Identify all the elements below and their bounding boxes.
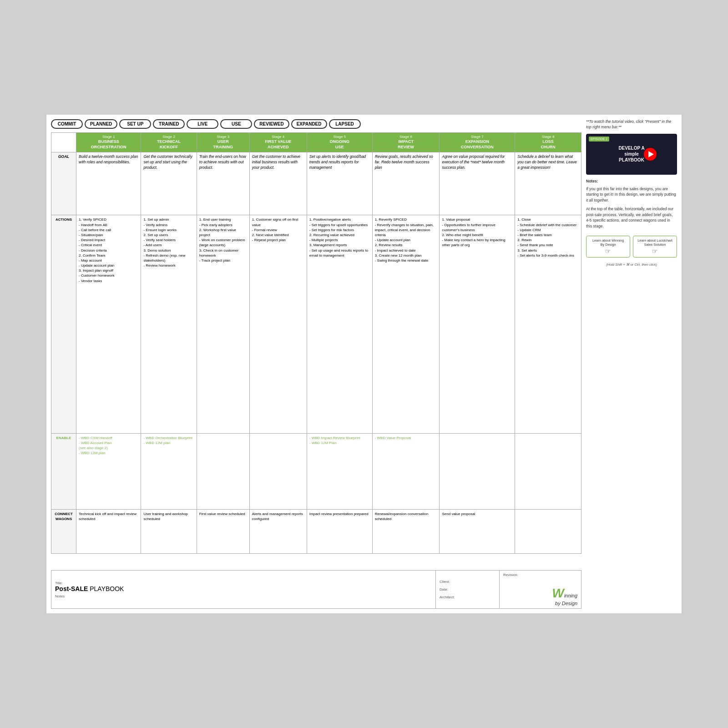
actions-stage6: 1. Reverify SPICED - Reverify changes to… xyxy=(372,215,440,433)
stage-1-header: Stage 1 BUSINESS ORCHESTRATION xyxy=(76,133,141,152)
footer-title-label: Title: xyxy=(55,581,432,585)
footer-notes: Notes xyxy=(55,594,432,598)
enable-stage4 xyxy=(249,433,307,509)
video-title: DEVELOP A simple PLAYBOOK xyxy=(618,145,644,163)
video-episode-badge: EPISODE 2 xyxy=(589,136,609,142)
footer-title-cell: Title: Post-SALE PLAYBOOK Notes xyxy=(51,571,436,609)
goal-stage8: Schedule a debrief to learn what you can… xyxy=(515,152,581,215)
page-container: COMMIT PLANNED SET UP TRAINED LIVE USE R… xyxy=(46,114,682,614)
notes-title: Notes: xyxy=(586,178,677,184)
video-thumbnail[interactable]: EPISODE 2 DEVELOP A simple PLAYBOOK xyxy=(586,134,677,175)
goal-stage6: Review goals, results achieved so far. R… xyxy=(372,152,440,215)
actions-row: ACTIONS 1. Verify SPICED - Handoff from … xyxy=(51,215,581,433)
actions-stage2: 1. Set up admin - Verify admins - Ensure… xyxy=(141,215,197,433)
tutorial-note: **To watch the tutorial video, click "Pr… xyxy=(586,119,677,130)
footer-client-label: Client: xyxy=(440,580,495,584)
btn-links-container: Learn about Winning By Design ☞ Learn ab… xyxy=(586,236,677,258)
goal-stage5: Set up alerts to identify good/bad trend… xyxy=(307,152,372,215)
goal-row: GOAL Build a twelve-month success plan w… xyxy=(51,152,581,215)
footer-date-label: Date: xyxy=(440,587,495,592)
pill-reviewed[interactable]: REVIEWED xyxy=(254,119,289,129)
goal-stage1: Build a twelve-month success plan with r… xyxy=(76,152,141,215)
cursor-icon-2: ☞ xyxy=(637,248,673,255)
notes-paragraph-2: At the top of the table, horizontally, w… xyxy=(586,206,677,229)
enable-stage2: - WBD Orchestration Blueprint - WBD 12M … xyxy=(141,433,197,509)
play-icon xyxy=(648,151,654,157)
stage-7-header: Stage 7 EXPANSION CONVERSATION xyxy=(440,133,515,152)
connect-stage2: User training and workshop scheduled xyxy=(141,509,197,553)
connect-stage5: Impact review presentation prepared xyxy=(307,509,372,553)
connect-label: CONNECT WAGONS xyxy=(51,509,76,553)
winning-by-design-btn[interactable]: Learn about Winning By Design ☞ xyxy=(586,236,630,258)
actions-stage3: 1. End user training - Pick early adopte… xyxy=(197,215,249,433)
footer-logo-area: Winningby Design xyxy=(503,586,577,606)
actions-stage1: 1. Verify SPICED - Handoff from AE - Cal… xyxy=(76,215,141,433)
btn-link-note: (Hold Shift + ⌘ or Ctrl, then click) xyxy=(586,263,677,267)
main-content: COMMIT PLANNED SET UP TRAINED LIVE USE R… xyxy=(51,119,581,609)
connect-stage7: Send value proposal xyxy=(440,509,515,553)
footer-table: Title: Post-SALE PLAYBOOK Notes Client: … xyxy=(51,570,581,609)
goal-stage3: Train the end-users on how to achieve re… xyxy=(197,152,249,215)
wbd-logo-w: W xyxy=(552,586,564,600)
enable-stage5: - WBD Impact Review Blueprint - WBD 12M … xyxy=(307,433,372,509)
actions-stage5: 1. Positive/negative alerts - Set trigge… xyxy=(307,215,372,433)
stage-3-header: Stage 3 USER TRAINING xyxy=(197,133,249,152)
main-table: Stage 1 BUSINESS ORCHESTRATION Stage 2 T… xyxy=(51,132,581,554)
footer-architect-label: Architect: xyxy=(440,595,495,599)
goal-label: GOAL xyxy=(51,152,76,215)
pill-live[interactable]: LIVE xyxy=(187,119,218,129)
connect-stage4: Alerts and management reports configured xyxy=(249,509,307,553)
notes-section: Notes: If you got this far into the sale… xyxy=(586,178,677,229)
pill-commit[interactable]: COMMIT xyxy=(51,119,83,129)
actions-stage4: 1. Customer signs off on first value - F… xyxy=(249,215,307,433)
pill-use[interactable]: USE xyxy=(220,119,252,129)
cursor-icon-1: ☞ xyxy=(590,248,627,255)
footer-title-rest: PLAYBOOK xyxy=(88,585,124,592)
footer-client-cell: Client: Date: Architect: xyxy=(436,571,500,609)
pill-expanded[interactable]: EXPANDED xyxy=(291,119,327,129)
actions-stage7: 1. Value proposal - Opportunities to fur… xyxy=(440,215,515,433)
enable-stage3 xyxy=(197,433,249,509)
empty-header xyxy=(51,133,76,152)
pill-planned[interactable]: PLANNED xyxy=(85,119,117,129)
goal-stage2: Get the customer technically set up and … xyxy=(141,152,197,215)
play-button[interactable] xyxy=(644,148,657,161)
enable-stage8 xyxy=(515,433,581,509)
stage-8-header: Stage 8 LOSS CHURN xyxy=(515,133,581,152)
stage-6-header: Stage 6 IMPACT REVIEW xyxy=(372,133,440,152)
stage-5-header: Stage 5 ONGOING USE xyxy=(307,133,372,152)
footer-title-bold: Post-SALE xyxy=(55,585,88,592)
connect-stage3: First value review scheduled xyxy=(197,509,249,553)
enable-row: ENABLE - WBD CSM Handoff - WBD Account P… xyxy=(51,433,581,509)
connect-wagons-row: CONNECT WAGONS Technical kick off and im… xyxy=(51,509,581,553)
actions-stage8: 1. Close - Schedule debrief with the cus… xyxy=(515,215,581,433)
pill-trained[interactable]: TRAINED xyxy=(153,119,185,129)
goal-stage7: Agree on value proposal required for exe… xyxy=(440,152,515,215)
lucidchart-sales-btn[interactable]: Learn about Lucidchart Sales Solution ☞ xyxy=(633,236,677,258)
connect-stage6: Renewal/expansion conversation scheduled xyxy=(372,509,440,553)
notes-paragraph-1: If you got this far into the sales desig… xyxy=(586,186,677,203)
enable-stage6: - WBD Value Proposal xyxy=(372,433,440,509)
stage-2-header: Stage 2 TECHNICAL KICKOFF xyxy=(141,133,197,152)
connect-stage8 xyxy=(515,509,581,553)
enable-stage7 xyxy=(440,433,515,509)
footer-revision-cell: Revision: Winningby Design xyxy=(500,571,581,609)
right-sidebar: **To watch the tutorial video, click "Pr… xyxy=(586,119,677,609)
pills-row: COMMIT PLANNED SET UP TRAINED LIVE USE R… xyxy=(51,119,581,129)
footer-revision-label: Revision: xyxy=(503,573,577,577)
enable-stage1: - WBD CSM Handoff - WBD Account Plan (se… xyxy=(76,433,141,509)
goal-stage4: Get the customer to achieve initial busi… xyxy=(249,152,307,215)
enable-label: ENABLE xyxy=(51,433,76,509)
connect-stage1: Technical kick off and impact review sch… xyxy=(76,509,141,553)
actions-label: ACTIONS xyxy=(51,215,76,433)
stage-4-header: Stage 4 FIRST VALUE ACHIEVED xyxy=(249,133,307,152)
footer-title-text: Post-SALE PLAYBOOK xyxy=(55,585,432,592)
pill-setup[interactable]: SET UP xyxy=(119,119,151,129)
pill-lapsed[interactable]: LAPSED xyxy=(329,119,361,129)
footer-area: Title: Post-SALE PLAYBOOK Notes Client: … xyxy=(51,570,581,609)
